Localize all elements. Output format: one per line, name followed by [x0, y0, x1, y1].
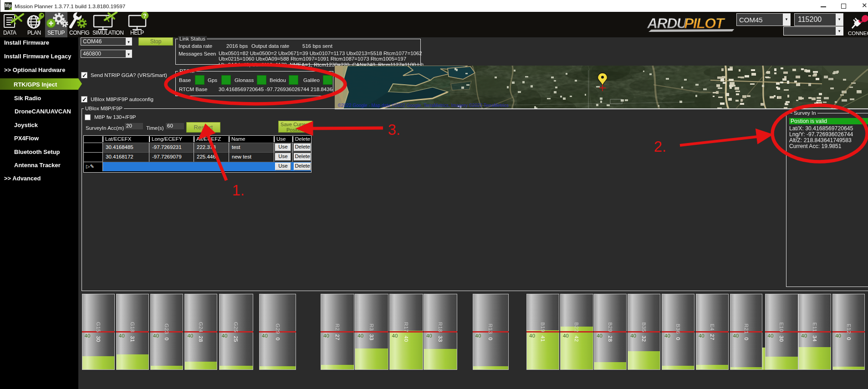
svg-text:CONNECT: CONNECT [848, 31, 868, 36]
svg-text:©2022 Google - Map data ©2022: ©2022 Google - Map data ©2022 Google, Te… [338, 103, 509, 108]
svg-text:PILOT: PILOT [684, 15, 725, 31]
svg-text:ARDU: ARDU [647, 15, 688, 31]
svg-text:?: ? [143, 12, 147, 19]
